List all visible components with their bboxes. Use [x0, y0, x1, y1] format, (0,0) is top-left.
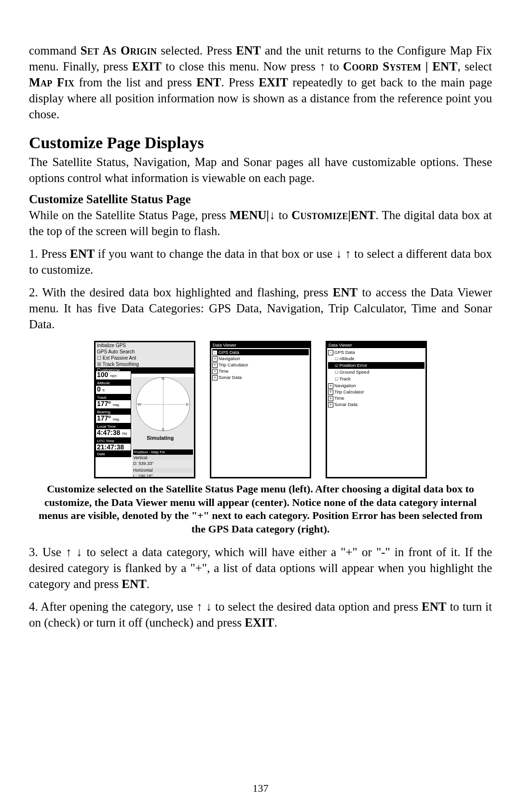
page-number: 137 [0, 782, 521, 795]
expand-box-icon: + [212, 375, 218, 380]
arrow-down-icon: ↓ [76, 545, 82, 559]
tree-item: +Trip Calculator [328, 389, 425, 395]
text: . [147, 577, 150, 590]
tree-item-label: Altitude [339, 356, 355, 361]
checkbox-icon: ☑ [335, 364, 338, 368]
arrow-down-icon: ↓ [206, 600, 212, 613]
expand-box-icon: + [212, 363, 218, 368]
text: to select a data category, which will ha… [29, 546, 492, 590]
tree-item-label: Position Error [340, 363, 368, 368]
arrow-up-icon: ↑ [345, 247, 351, 260]
text: to close this menu. Now press [162, 60, 319, 73]
menu-list: Initialize GPS GPS Auto Search☐ Ext Pass… [96, 342, 194, 374]
key-ent: ENT [70, 247, 95, 260]
tree-item-label: Trip Calculator [219, 362, 248, 367]
sat-right-area: N S E W Simulating Position - Map Fix Ve… [132, 377, 194, 477]
tree-item: +Time [328, 395, 425, 401]
data-box: Date [96, 451, 131, 457]
cmd-map-fix: Map Fix [29, 76, 74, 89]
screenshot-sat-status-menu: Initialize GPS GPS Auto Search☐ Ext Pass… [94, 341, 195, 478]
cmd-coord-system: Coord System | ENT [343, 60, 457, 73]
step-1: 1. Press ENT if you want to change the d… [29, 246, 492, 278]
tree-item-label: Track [339, 376, 350, 381]
crosshair [163, 378, 164, 431]
key-ent: ENT [122, 577, 146, 590]
text: to [275, 209, 291, 222]
simulating-label: Simulating [147, 435, 174, 441]
key-ent: ENT [236, 44, 260, 57]
tree-item-label: Navigation [219, 356, 240, 361]
text: to select the desired data option and pr… [212, 600, 422, 613]
data-box-value: 4:47:38 PM [96, 429, 131, 437]
key-ent: ENT [351, 209, 375, 222]
tree-item: ☐ Ground Speed [328, 369, 425, 376]
text: from the list and press [74, 76, 196, 89]
data-box: Ground Speed100 mph [96, 374, 131, 380]
arrow-up-icon: ↑ [66, 545, 72, 559]
key-exit: EXIT [245, 616, 274, 629]
tree-item-label: GPS Data [219, 350, 239, 355]
data-box-value: 21:47:38 [96, 444, 131, 450]
figure-row: Initialize GPS GPS Auto Search☐ Ext Pass… [29, 341, 492, 478]
data-box-column: Ground Speed100 mphAltitude0 ftTrack177º… [96, 374, 131, 457]
tree-item: +Navigation [328, 382, 425, 389]
tree-view: -GPS Data+Navigation+Trip Calculator+Tim… [211, 348, 310, 381]
data-box: Track177º mag [96, 394, 131, 409]
text: selected. Press [157, 44, 236, 57]
step-2: 2. With the desired data box highlighted… [29, 284, 492, 332]
expand-box-icon: - [212, 350, 218, 355]
text: . Press [221, 76, 259, 89]
position-bar: Position - Map Fix [133, 449, 193, 455]
tree-item-label: Navigation [334, 383, 356, 388]
tree-item: -GPS Data [212, 349, 309, 355]
data-box-value: 177º mag [96, 415, 131, 423]
text: 2. With the desired data box highlighted… [29, 286, 333, 299]
cmd-set-as-origin: Set As Origin [81, 44, 157, 57]
key-ent: ENT [422, 600, 446, 613]
tree-item-label: Trip Calculator [334, 389, 364, 394]
key-exit: EXIT [132, 60, 162, 73]
arrow-down-icon: ↓ [336, 247, 342, 260]
data-box: Altitude0 ft [96, 380, 131, 394]
arrow-up-icon: ↑ [319, 59, 326, 73]
heading-customize-sat-status: Customize Satellite Status Page [29, 193, 492, 206]
arrow-up-icon: ↑ [196, 600, 203, 613]
manual-page: command Set As Origin selected. Press EN… [0, 0, 521, 812]
data-box: Local Time4:47:38 PM [96, 423, 131, 438]
menu-item: Initialize GPS [96, 342, 194, 349]
key-ent: ENT [196, 76, 221, 89]
tree-item: ☑ Position Error [328, 362, 425, 369]
data-box-value: 0 ft [96, 386, 131, 394]
expand-box-icon: + [328, 396, 333, 401]
menu-item: Customize... [96, 367, 194, 374]
tree-item: ☐ Track [328, 376, 425, 382]
step-3: 3. Use ↑ ↓ to select a data category, wh… [29, 544, 492, 592]
vertical-label: Vertical [133, 455, 193, 460]
data-box: UTC Time21:47:38 [96, 438, 131, 451]
screenshot-data-viewer-collapsed: Data Viewer -GPS Data+Navigation+Trip Ca… [210, 341, 311, 478]
tree-item-label: Sonar Data [334, 402, 357, 407]
text: 1. Press [29, 247, 70, 260]
vertical-value: D: 539.33" [133, 461, 193, 466]
expand-box-icon: + [328, 402, 333, 407]
data-box-value: 177º mag [96, 400, 131, 408]
text: 3. Use [29, 546, 66, 559]
expand-box-icon: + [328, 383, 333, 389]
key-exit: EXIT [259, 76, 288, 89]
arrow-down-icon: ↓ [269, 208, 275, 222]
menu-item: ☐ Ext Passive Ant [96, 355, 194, 361]
text: While on the Satellite Status Page, pres… [29, 209, 230, 222]
text: , select [457, 60, 492, 73]
tree-item: -GPS Data [328, 349, 425, 355]
text: command [29, 44, 81, 57]
expand-box-icon: + [328, 390, 333, 395]
intro-customize: The Satellite Status, Navigation, Map an… [29, 154, 492, 186]
figure-caption: Customize selected on the Satellite Stat… [34, 482, 487, 535]
cmd-customize: Customize [291, 209, 348, 222]
menu-item: ☒ Track Smoothing [96, 361, 194, 367]
sky-circle: N S E W [136, 377, 190, 431]
checkbox-icon: ☐ [335, 357, 338, 361]
tree-item: +Sonar Data [212, 374, 309, 380]
data-box: Bearing177º mag [96, 409, 131, 423]
expand-box-icon: + [212, 356, 218, 362]
